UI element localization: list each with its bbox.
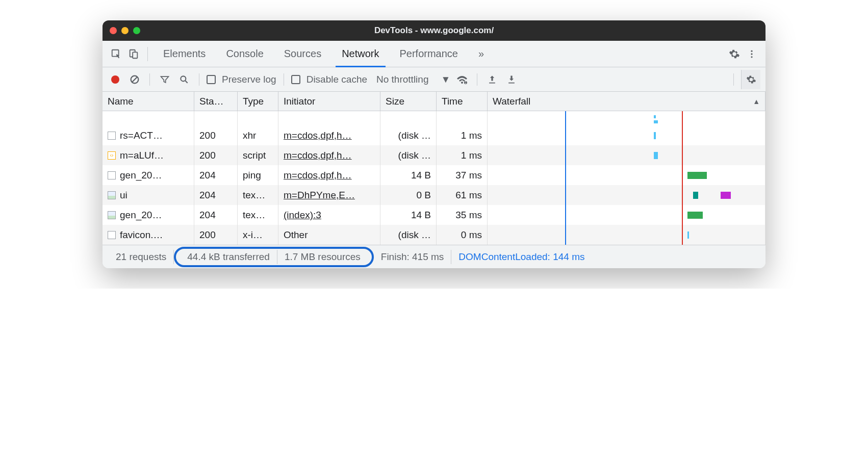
col-name[interactable]: Name — [103, 92, 194, 111]
tab-network[interactable]: Network — [331, 41, 389, 67]
close-window-button[interactable] — [110, 27, 117, 34]
traffic-lights — [110, 27, 140, 34]
col-initiator[interactable]: Initiator — [278, 92, 380, 111]
request-name: ui — [120, 190, 127, 201]
cell-name: gen_20… — [103, 205, 194, 225]
cell-initiator: (index):3 — [278, 205, 380, 225]
cell-initiator: m=cdos,dpf,h… — [278, 125, 380, 145]
status-resources: 1.7 MB resources — [277, 250, 368, 264]
cell-initiator: Other — [278, 225, 380, 245]
tab-label: Console — [226, 48, 263, 60]
cell-status: 200 — [194, 225, 238, 245]
tab-elements[interactable]: Elements — [153, 41, 216, 67]
spacer-row — [103, 111, 765, 125]
tab-sources[interactable]: Sources — [274, 41, 331, 67]
table-row[interactable]: ui 204 tex… m=DhPYme,E… 0 B 61 ms — [103, 185, 765, 205]
cell-type: xhr — [238, 125, 278, 145]
cell-waterfall — [488, 205, 765, 225]
network-settings-icon[interactable] — [741, 70, 760, 89]
col-time[interactable]: Time — [437, 92, 488, 111]
network-conditions-icon[interactable] — [454, 72, 470, 87]
table-header: Name Sta… Type Initiator Size Time Water… — [103, 92, 765, 111]
cell-waterfall — [488, 225, 765, 245]
cell-type: x-i… — [238, 225, 278, 245]
svg-line-9 — [186, 81, 188, 83]
clear-button[interactable] — [127, 72, 142, 87]
status-finish: Finish: 415 ms — [374, 250, 452, 264]
file-type-icon — [108, 132, 116, 140]
window-title: DevTools - www.google.com/ — [103, 25, 765, 36]
cell-time: 1 ms — [437, 145, 488, 165]
throttling-select[interactable]: No throttling ▼ — [376, 74, 450, 85]
col-waterfall[interactable]: Waterfall ▲ — [488, 92, 765, 111]
col-size[interactable]: Size — [380, 92, 437, 111]
initiator-link[interactable]: m=cdos,dpf,h… — [284, 130, 352, 141]
tab-console[interactable]: Console — [216, 41, 273, 67]
filter-icon[interactable] — [157, 72, 172, 87]
status-domcontentloaded: DOMContentLoaded: 144 ms — [451, 250, 592, 264]
preserve-log-checkbox[interactable]: Preserve log — [207, 74, 276, 85]
col-status[interactable]: Sta… — [194, 92, 238, 111]
cell-name: m=aLUf… — [103, 145, 194, 165]
cell-status: 204 — [194, 205, 238, 225]
inspect-element-icon[interactable] — [108, 45, 125, 63]
file-type-icon — [108, 211, 116, 219]
cell-name: ui — [103, 185, 194, 205]
svg-point-10 — [461, 82, 463, 84]
cell-size: 0 B — [380, 185, 437, 205]
cell-time: 37 ms — [437, 165, 488, 185]
maximize-window-button[interactable] — [133, 27, 140, 34]
status-requests: 21 requests — [109, 250, 174, 264]
disable-cache-checkbox[interactable]: Disable cache — [291, 74, 367, 85]
cell-type: tex… — [238, 185, 278, 205]
table-row[interactable]: m=aLUf… 200 script m=cdos,dpf,h… (disk …… — [103, 145, 765, 165]
cell-waterfall — [488, 165, 765, 185]
cell-waterfall — [488, 185, 765, 205]
initiator-link[interactable]: (index):3 — [284, 210, 321, 221]
table-row[interactable]: favicon.… 200 x-i… Other (disk … 0 ms — [103, 225, 765, 245]
cell-size: (disk … — [380, 145, 437, 165]
cell-initiator: m=cdos,dpf,h… — [278, 145, 380, 165]
checkbox-icon — [291, 75, 300, 84]
cell-initiator: m=DhPYme,E… — [278, 185, 380, 205]
file-type-icon — [108, 231, 116, 239]
cell-time: 1 ms — [437, 125, 488, 145]
cell-type: script — [238, 145, 278, 165]
initiator-link[interactable]: m=DhPYme,E… — [284, 190, 355, 201]
device-toolbar-icon[interactable] — [125, 45, 142, 63]
upload-har-icon[interactable] — [484, 72, 500, 87]
col-type[interactable]: Type — [238, 92, 278, 111]
request-name: gen_20… — [120, 170, 162, 181]
request-name: favicon.… — [120, 229, 163, 241]
tab-label: Network — [342, 48, 379, 60]
cell-status: 200 — [194, 125, 238, 145]
divider — [147, 47, 148, 61]
cell-size: 14 B — [380, 165, 437, 185]
download-har-icon[interactable] — [504, 72, 519, 87]
request-name: m=aLUf… — [120, 150, 164, 161]
tab-label: Elements — [163, 48, 206, 60]
svg-line-7 — [132, 76, 138, 82]
search-icon[interactable] — [176, 72, 192, 87]
cell-type: tex… — [238, 205, 278, 225]
kebab-menu-icon[interactable] — [743, 45, 760, 63]
cell-waterfall — [488, 145, 765, 165]
table-row[interactable]: gen_20… 204 ping m=cdos,dpf,h… 14 B 37 m… — [103, 165, 765, 185]
initiator-link[interactable]: m=cdos,dpf,h… — [284, 150, 352, 161]
tab-performance[interactable]: Performance — [390, 41, 469, 67]
cell-size: (disk … — [380, 125, 437, 145]
status-transferred: 44.4 kB transferred — [180, 250, 277, 264]
initiator-link[interactable]: m=cdos,dpf,h… — [284, 170, 352, 181]
divider — [477, 73, 477, 86]
titlebar: DevTools - www.google.com/ — [103, 20, 765, 41]
settings-icon[interactable] — [726, 45, 743, 63]
table-row[interactable]: rs=ACT… 200 xhr m=cdos,dpf,h… (disk … 1 … — [103, 125, 765, 145]
tab-more[interactable]: » — [468, 41, 494, 67]
cell-status: 200 — [194, 145, 238, 165]
svg-point-5 — [751, 56, 752, 58]
minimize-window-button[interactable] — [121, 27, 129, 34]
file-type-icon — [108, 191, 116, 199]
sort-arrow-icon: ▲ — [753, 97, 760, 106]
table-row[interactable]: gen_20… 204 tex… (index):3 14 B 35 ms — [103, 205, 765, 225]
record-button[interactable] — [108, 72, 123, 87]
